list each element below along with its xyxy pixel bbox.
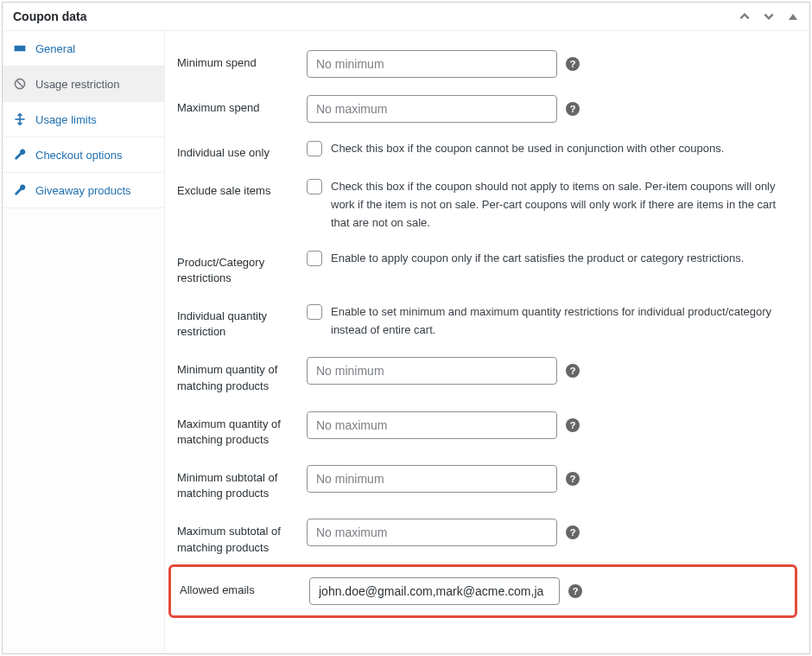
field-allowed-emails: Allowed emails ? (180, 572, 786, 610)
field-individual-quantity: Individual quantity restriction Enable t… (177, 295, 797, 348)
label-individual-quantity: Individual quantity restriction (177, 303, 307, 340)
panel-title: Coupon data (13, 10, 87, 23)
sidebar: General Usage restriction Usage limits C… (3, 31, 165, 653)
wrench-icon (13, 183, 27, 197)
field-maximum-spend: Maximum spend ? (177, 86, 797, 131)
tab-giveaway-products[interactable]: Giveaway products (3, 173, 164, 208)
field-exclude-sale: Exclude sale items Check this box if the… (177, 169, 797, 240)
panel-body: General Usage restriction Usage limits C… (3, 31, 809, 653)
label-min-qty: Minimum quantity of matching products (177, 357, 307, 393)
help-icon[interactable]: ? (566, 102, 580, 116)
collapse-icon[interactable] (787, 10, 799, 22)
label-max-subtotal: Maximum subtotal of matching products (177, 519, 307, 555)
product-category-desc: Enable to apply coupon only if the cart … (331, 250, 761, 268)
individual-use-desc: Check this box if the coupon cannot be u… (331, 140, 741, 158)
field-max-qty: Maximum quantity of matching products ? (177, 403, 797, 456)
field-individual-use: Individual use only Check this box if th… (177, 131, 797, 169)
min-qty-input[interactable] (307, 357, 557, 385)
allowed-emails-input[interactable] (309, 577, 560, 605)
max-subtotal-input[interactable] (307, 519, 557, 546)
field-minimum-spend: Minimum spend ? (177, 41, 797, 86)
content: Minimum spend ? Maximum spend ? Individu… (165, 31, 809, 653)
label-max-qty: Maximum quantity of matching products (177, 411, 307, 448)
move-down-icon[interactable] (763, 10, 775, 22)
field-product-category: Product/Category restrictions Enable to … (177, 241, 797, 295)
field-max-subtotal: Maximum subtotal of matching products ? (177, 510, 797, 564)
tab-label: Giveaway products (35, 184, 131, 197)
label-allowed-emails: Allowed emails (180, 577, 309, 598)
label-individual-use: Individual use only (177, 140, 307, 161)
wrench-icon (13, 148, 27, 162)
tab-label: Usage restriction (35, 78, 120, 91)
help-icon[interactable]: ? (566, 418, 580, 432)
coupon-data-panel: Coupon data General (2, 2, 810, 654)
label-minimum-spend: Minimum spend (177, 50, 307, 71)
label-min-subtotal: Minimum subtotal of matching products (177, 465, 307, 501)
field-min-subtotal: Minimum subtotal of matching products ? (177, 456, 797, 510)
maximum-spend-input[interactable] (307, 95, 557, 123)
minimum-spend-input[interactable] (307, 50, 557, 78)
help-icon[interactable]: ? (566, 472, 580, 486)
individual-quantity-desc: Enable to set minimum and maximum quanti… (331, 303, 797, 340)
tab-label: Checkout options (35, 149, 122, 162)
help-icon[interactable]: ? (566, 57, 580, 71)
panel-controls (739, 10, 799, 22)
block-icon (13, 77, 27, 91)
ticket-icon (13, 41, 27, 55)
product-category-checkbox[interactable] (307, 251, 322, 266)
tab-label: General (35, 42, 75, 55)
min-subtotal-input[interactable] (307, 465, 557, 493)
tab-usage-limits[interactable]: Usage limits (3, 102, 164, 137)
exclude-sale-desc: Check this box if the coupon should not … (331, 178, 797, 232)
max-qty-input[interactable] (307, 411, 557, 439)
exclude-sale-checkbox[interactable] (307, 179, 322, 194)
label-product-category: Product/Category restrictions (177, 250, 307, 286)
svg-marker-0 (789, 14, 797, 20)
help-icon[interactable]: ? (566, 525, 580, 539)
help-icon[interactable]: ? (568, 584, 582, 598)
individual-quantity-checkbox[interactable] (307, 304, 322, 320)
label-maximum-spend: Maximum spend (177, 95, 307, 116)
panel-header: Coupon data (3, 3, 809, 31)
tab-label: Usage limits (35, 113, 97, 126)
allowed-emails-highlight: Allowed emails ? (168, 564, 797, 618)
tab-checkout-options[interactable]: Checkout options (3, 137, 164, 173)
tab-general[interactable]: General (3, 31, 164, 67)
tab-usage-restriction[interactable]: Usage restriction (3, 67, 164, 102)
label-exclude-sale: Exclude sale items (177, 178, 307, 199)
arrows-icon (13, 112, 27, 126)
help-icon[interactable]: ? (566, 364, 580, 378)
individual-use-checkbox[interactable] (307, 141, 322, 156)
move-up-icon[interactable] (739, 10, 751, 22)
svg-line-2 (16, 80, 23, 87)
field-min-qty: Minimum quantity of matching products ? (177, 348, 797, 402)
